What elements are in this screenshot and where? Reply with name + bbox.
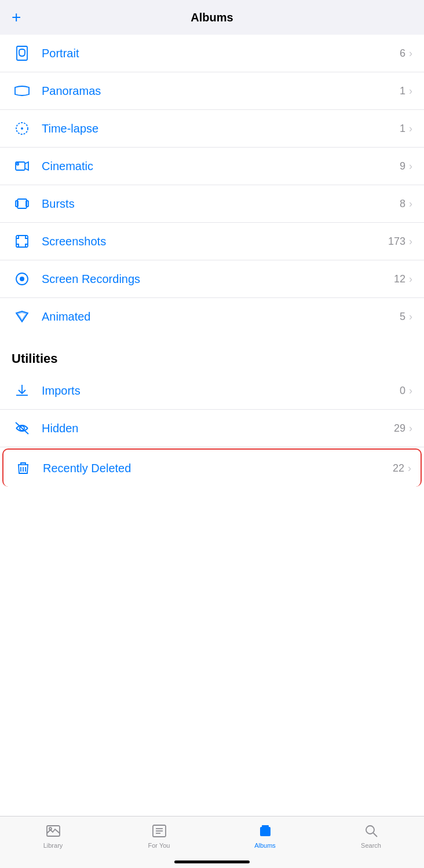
chevron-right-icon: › [409,85,412,97]
library-icon [45,822,62,840]
timelapse-icon [12,118,32,139]
chevron-right-icon: › [409,160,412,172]
svg-point-1 [21,128,23,129]
album-label: Panoramas [42,84,400,98]
album-count: 1 [400,123,405,135]
svg-rect-6 [26,201,28,207]
cinematic-icon [12,156,32,176]
tab-for-you-label: For You [148,842,170,849]
album-label: Screenshots [42,235,388,248]
utility-count: 29 [394,422,405,435]
svg-point-9 [20,277,24,281]
portrait-icon [12,43,32,64]
svg-rect-21 [260,827,271,836]
tab-library-label: Library [43,842,63,849]
tab-for-you[interactable]: For You [139,822,180,849]
svg-rect-22 [262,825,269,827]
utility-item-recently-deleted[interactable]: Recently Deleted 22 › [2,448,422,487]
tab-albums[interactable]: Albums [245,822,286,849]
albums-list: Portrait 6 › Panoramas 1 › Time-lapse 1 … [0,35,424,816]
album-item-portrait[interactable]: Portrait 6 › [0,35,424,72]
chevron-right-icon: › [409,123,412,135]
tab-search-label: Search [361,842,381,849]
album-label: Portrait [42,47,400,60]
svg-rect-3 [17,163,19,165]
utility-label: Recently Deleted [43,462,393,475]
search-icon [363,822,380,840]
screenrecording-icon [12,269,32,289]
album-count: 8 [400,198,405,210]
album-count: 6 [400,47,405,60]
album-count: 5 [400,311,405,323]
utility-item-hidden[interactable]: Hidden 29 › [0,410,424,447]
bursts-icon [12,193,32,214]
for-you-icon [151,822,168,840]
album-count: 9 [400,160,405,172]
album-item-screenshots[interactable]: Screenshots 173 › [0,223,424,260]
album-item-time-lapse[interactable]: Time-lapse 1 › [0,110,424,148]
screenshots-icon [12,231,32,252]
album-item-screen-recordings[interactable]: Screen Recordings 12 › [0,260,424,298]
album-count: 173 [388,236,405,248]
chevron-right-icon: › [409,236,412,248]
chevron-right-icon: › [408,462,411,475]
utility-count: 0 [400,385,405,397]
utility-label: Hidden [42,422,394,435]
hidden-icon [12,418,32,439]
album-item-panoramas[interactable]: Panoramas 1 › [0,72,424,110]
album-item-animated[interactable]: Animated 5 › [0,298,424,335]
album-label: Cinematic [42,160,400,173]
album-label: Bursts [42,197,400,211]
albums-icon [257,822,274,840]
chevron-right-icon: › [409,198,412,210]
tab-albums-label: Albums [254,842,276,849]
header: + Albums [0,0,424,35]
panoramas-icon [12,80,32,101]
album-label: Time-lapse [42,122,400,135]
chevron-right-icon: › [409,422,412,435]
album-count: 12 [394,273,405,285]
chevron-right-icon: › [409,311,412,323]
album-item-cinematic[interactable]: Cinematic 9 › [0,148,424,185]
album-label: Screen Recordings [42,273,394,286]
album-label: Animated [42,310,400,323]
utilities-title: Utilities [12,351,57,366]
add-button[interactable]: + [12,8,21,27]
chevron-right-icon: › [409,385,412,397]
album-count: 1 [400,85,405,97]
svg-rect-5 [16,201,18,207]
page-title: Albums [191,11,233,24]
tab-search[interactable]: Search [351,822,392,849]
trash-icon [13,458,34,479]
svg-line-10 [16,422,28,434]
album-item-bursts[interactable]: Bursts 8 › [0,185,424,223]
svg-rect-4 [17,199,27,208]
utilities-section-header: Utilities [0,335,424,372]
chevron-right-icon: › [409,47,412,60]
tab-library[interactable]: Library [33,822,74,849]
utility-item-imports[interactable]: Imports 0 › [0,372,424,410]
animated-icon [12,306,32,327]
svg-line-24 [373,833,377,837]
chevron-right-icon: › [409,273,412,285]
svg-point-23 [366,826,374,834]
utility-count: 22 [393,462,404,475]
svg-rect-7 [16,236,28,247]
svg-point-16 [49,827,52,830]
home-indicator [174,860,250,863]
imports-icon [12,380,32,401]
utility-label: Imports [42,384,400,398]
